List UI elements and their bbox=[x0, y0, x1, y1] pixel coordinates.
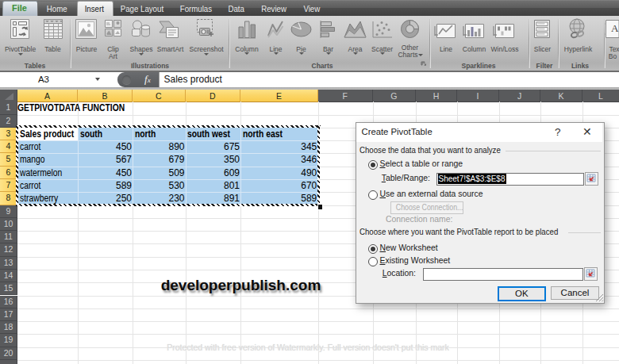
svg-text:A: A bbox=[611, 22, 619, 34]
